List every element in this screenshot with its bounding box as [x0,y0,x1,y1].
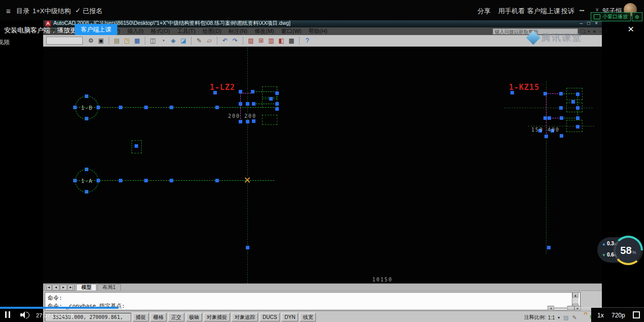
workspace-combo [46,37,83,45]
grip-point [559,92,563,95]
percent-value: 58 [620,245,631,256]
chevron-down-icon[interactable]: ∨ [595,7,599,12]
gear-icon: ⚙ [87,37,95,45]
pencil-icon: ✎ [195,37,203,45]
annotation-visibility-icon: ▨ [563,314,569,321]
grip-point [275,102,279,106]
tencent-classroom-watermark: 腾讯课堂 [528,31,582,44]
toggle-button: DUCS [260,313,280,321]
tab-nav-icon: |◄ [45,284,52,291]
search-caret-icon: ▾ [588,29,590,34]
client-class-button[interactable]: 客户端上课 [75,24,117,35]
save-icon: ▦ [133,37,141,45]
pip-controls: 小窗口播放 ⚙ [591,12,642,21]
grip-point [269,97,273,101]
cad-line [528,126,594,126]
grip-point [119,106,122,109]
grip-point [576,106,579,110]
pip-play-button[interactable]: 小窗口播放 [591,12,631,21]
redo-icon: ↷ [231,37,239,45]
basepoint-cross-icon [244,177,251,184]
grip-point [252,119,255,123]
fullscreen-icon[interactable] [633,311,640,318]
toggle-button: 正交 [168,313,184,321]
video-player-stage: A AutoCAD 2008 - [C:\Users\86150\Desktop… [0,0,644,322]
quality-button[interactable]: 720p [611,312,625,319]
tab-nav-icon: ►| [68,284,75,291]
toolbar-divider [109,37,109,45]
grip-point [246,120,249,123]
watermark-text: 腾讯课堂 [541,31,582,44]
tab-nav-icon: ◄ [52,284,59,291]
pause-button[interactable] [5,311,12,318]
grip-point [246,102,249,106]
cad-drawing-area: 1-B1-A1-LZ21-KZ15200 200150 40010150 [43,47,602,283]
volume-button[interactable] [20,311,29,318]
annotation-scale: 注释比例: 1:1 ▼ ▨ ✎ ↻ ▼ [524,314,601,321]
pip-settings-button[interactable]: ⚙ [632,12,642,21]
grip-point [215,106,219,109]
progress-percent-ring[interactable]: 58 % [614,236,643,265]
eraser-icon: ▱ [205,37,213,45]
upload-arrow-icon: ▲ [602,242,606,246]
pip-label: 小窗口播放 [602,13,628,20]
cad-status-bar: 352430.000, 270009.861, 0.000 捕捉栅格正交极轴对象… [43,311,602,322]
grip-point [119,179,122,182]
lock-icon [580,314,587,321]
plot-preview-icon: ◔ [159,37,167,45]
more-menu-icon[interactable]: ••• [579,8,584,13]
grip-point [251,90,254,93]
toggle-button: 线宽 [300,313,316,321]
cad-line [76,107,274,108]
share-link[interactable]: 分享 [477,7,491,16]
client-class-link[interactable]: 客户端上课 [527,7,560,16]
autocad-app-icon: A [45,21,51,26]
selected-entity-box [566,103,583,112]
help-search-icons: ▾ ★ – □ [581,28,607,35]
grip-point [170,179,173,182]
calculator-icon: ▩ [287,37,296,45]
dimension-text: 200 200 [228,113,256,119]
banner-close-icon[interactable]: × [628,23,634,34]
grip-point [548,116,551,120]
doc-restore-icon: □ [604,29,607,34]
hamburger-icon[interactable]: ≡ [6,7,11,15]
menu-item: 帮助(H) [309,27,328,35]
grip-point [547,246,551,249]
catalog-link[interactable]: 目录 [16,7,29,16]
markup-icon: ◧ [277,37,285,45]
member-label: 1-LZ2 [210,83,235,92]
restore-icon: □ [587,20,590,26]
menu-item: 窗口(W) [281,27,302,35]
progress-played[interactable] [0,307,118,309]
axis-bubble-label: 1-A [81,178,93,184]
grip-point [543,92,547,95]
grip-point [246,246,249,249]
watch-on-phone-link[interactable]: 用手机看 [498,7,525,16]
page-header: ≡ 目录 1+X中级结构 ✓ 已报名 分享 用手机看 客户端上课 投诉 ••• … [0,0,644,20]
download-speed: 0.6 [607,252,614,257]
grip-point [170,106,173,109]
grip-point [239,90,242,93]
new-file-icon: ▤ [113,37,121,45]
match-properties-icon: ▨ [247,37,255,45]
menu-item: 标注(N) [229,27,247,35]
enrolled-badge: 已报名 [83,7,103,16]
undo-icon: ↶ [221,37,229,45]
grip-point [252,102,255,106]
dwf-icon: ◪ [179,37,187,45]
grip-point [560,134,563,138]
member-label: 1-KZ15 [509,83,539,92]
scale-caret-icon: ▼ [557,316,561,319]
annotation-brush-icon: ✎ [571,314,578,321]
grip-point [576,92,579,96]
report-link[interactable]: 投诉 [561,7,574,16]
playback-speed-button[interactable]: 1x [597,312,604,319]
dimension-text: 150 400 [531,127,560,133]
open-file-icon: ◳ [123,37,131,45]
status-toggles: 捕捉栅格正交极轴对象捕捉对象追踪DUCSDYN线宽 [133,313,316,321]
grip-point [215,179,219,182]
table-icon: ⊞ [257,37,265,45]
grip-point [135,144,138,148]
cad-title-bar: A AutoCAD 2008 - [C:\Users\86150\Desktop… [43,19,602,27]
